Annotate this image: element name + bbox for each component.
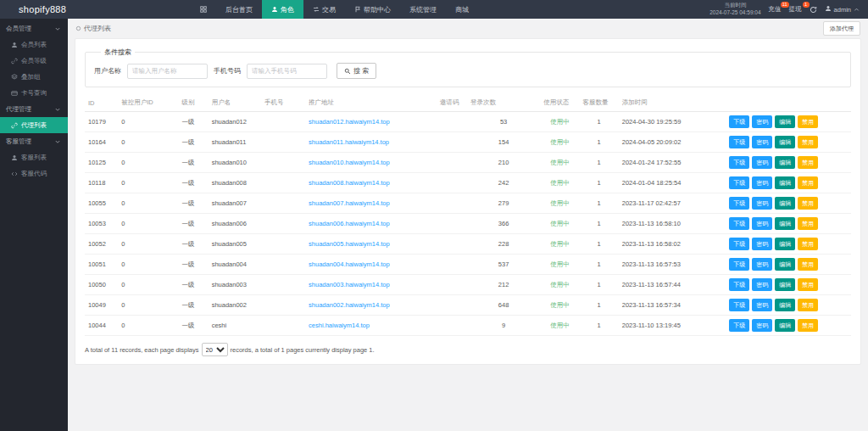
- action-button-编辑[interactable]: 编辑: [775, 115, 795, 128]
- cell-phone: [261, 255, 305, 275]
- action-button-禁用[interactable]: 禁用: [798, 197, 818, 210]
- action-button-下级[interactable]: 下级: [729, 258, 749, 271]
- nav-item-grid[interactable]: [191, 0, 216, 19]
- promo-url-link[interactable]: ceshi.haiwaiym14.top: [309, 322, 370, 329]
- action-button-编辑[interactable]: 编辑: [775, 319, 795, 332]
- cell-phone: [261, 234, 305, 255]
- action-button-密码[interactable]: 密码: [752, 299, 772, 311]
- username-input[interactable]: [127, 64, 208, 79]
- action-button-密码[interactable]: 密码: [752, 115, 772, 128]
- action-button-下级[interactable]: 下级: [729, 176, 749, 189]
- action-button-密码[interactable]: 密码: [752, 176, 772, 189]
- action-button-下级[interactable]: 下级: [729, 115, 749, 128]
- action-button-编辑[interactable]: 编辑: [775, 258, 795, 271]
- action-button-密码[interactable]: 密码: [752, 258, 772, 271]
- sidebar-item-卡号查询[interactable]: 卡号查询: [0, 85, 68, 101]
- action-button-下级[interactable]: 下级: [729, 156, 749, 169]
- action-button-编辑[interactable]: 编辑: [775, 197, 795, 210]
- sidebar-group-代理管理[interactable]: 代理管理: [0, 101, 68, 117]
- action-button-下级[interactable]: 下级: [729, 278, 749, 291]
- recharge-badge: 11: [781, 2, 789, 8]
- promo-url-link[interactable]: shuadan012.haiwaiym14.top: [309, 118, 390, 126]
- search-button[interactable]: 搜 索: [337, 63, 376, 79]
- action-button-编辑[interactable]: 编辑: [775, 217, 795, 230]
- cell-controlled-uid: 0: [118, 173, 178, 193]
- cell-added-time: 2023-11-10 13:19:45: [619, 316, 726, 336]
- action-button-禁用[interactable]: 禁用: [798, 299, 818, 311]
- action-button-下级[interactable]: 下级: [729, 299, 749, 311]
- cell-promo-url: shuadan012.haiwaiym14.top: [305, 112, 437, 132]
- refresh-icon[interactable]: [810, 6, 817, 14]
- action-button-禁用[interactable]: 禁用: [798, 156, 818, 169]
- action-button-下级[interactable]: 下级: [729, 217, 749, 230]
- action-button-下级[interactable]: 下级: [729, 197, 749, 210]
- nav-item-系统管理[interactable]: 系统管理: [400, 0, 446, 19]
- nav-item-角色[interactable]: 角色: [262, 0, 303, 19]
- cell-login-count: 210: [467, 153, 540, 173]
- sidebar-item-客服列表[interactable]: 客服列表: [0, 149, 68, 165]
- page-size-select[interactable]: 20: [202, 343, 228, 356]
- action-button-编辑[interactable]: 编辑: [775, 238, 795, 250]
- action-button-禁用[interactable]: 禁用: [798, 136, 818, 148]
- sidebar-item-代理列表[interactable]: 代理列表: [0, 117, 68, 133]
- action-button-密码[interactable]: 密码: [752, 197, 772, 210]
- action-button-编辑[interactable]: 编辑: [775, 136, 795, 148]
- sidebar-group-会员管理[interactable]: 会员管理: [0, 20, 68, 36]
- sidebar-group-客服管理[interactable]: 客服管理: [0, 133, 68, 149]
- action-button-密码[interactable]: 密码: [752, 278, 772, 291]
- action-button-密码[interactable]: 密码: [752, 136, 772, 148]
- promo-url-link[interactable]: shuadan010.haiwaiym14.top: [309, 159, 390, 166]
- action-button-禁用[interactable]: 禁用: [798, 176, 818, 189]
- promo-url-link[interactable]: shuadan004.haiwaiym14.top: [309, 260, 390, 268]
- cell-username: shuadan007: [209, 193, 261, 214]
- action-button-禁用[interactable]: 禁用: [798, 258, 818, 271]
- action-button-下级[interactable]: 下级: [729, 319, 749, 332]
- action-button-编辑[interactable]: 编辑: [775, 278, 795, 291]
- action-button-下级[interactable]: 下级: [729, 238, 749, 250]
- action-button-密码[interactable]: 密码: [752, 238, 772, 250]
- recharge-link[interactable]: 充值 11: [769, 5, 782, 14]
- action-button-密码[interactable]: 密码: [752, 319, 772, 332]
- add-agent-button[interactable]: 添加代理: [823, 21, 860, 36]
- action-button-编辑[interactable]: 编辑: [775, 156, 795, 169]
- nav-item-交易[interactable]: 交易: [303, 0, 345, 19]
- action-button-下级[interactable]: 下级: [729, 136, 749, 148]
- nav-item-帮助中心[interactable]: 帮助中心: [345, 0, 400, 19]
- sidebar-item-会员等级[interactable]: 会员等级: [0, 53, 68, 69]
- action-button-禁用[interactable]: 禁用: [798, 319, 818, 332]
- cell-service-count: 1: [580, 112, 619, 132]
- nav-item-后台首页[interactable]: 后台首页: [216, 0, 262, 19]
- promo-url-link[interactable]: shuadan002.haiwaiym14.top: [309, 301, 390, 309]
- action-button-禁用[interactable]: 禁用: [798, 238, 818, 250]
- action-button-禁用[interactable]: 禁用: [798, 278, 818, 291]
- action-button-密码[interactable]: 密码: [752, 217, 772, 230]
- cell-username: shuadan012: [209, 112, 261, 132]
- cell-login-count: 648: [467, 295, 540, 316]
- action-button-禁用[interactable]: 禁用: [798, 217, 818, 230]
- promo-url-link[interactable]: shuadan005.haiwaiym14.top: [309, 240, 390, 248]
- promo-url-link[interactable]: shuadan006.haiwaiym14.top: [309, 220, 390, 227]
- cell-controlled-uid: 0: [118, 255, 178, 275]
- promo-url-link[interactable]: shuadan008.haiwaiym14.top: [309, 179, 390, 187]
- sidebar-item-客服代码[interactable]: 客服代码: [0, 165, 68, 182]
- nav-item-商城[interactable]: 商城: [446, 0, 478, 19]
- table-row: 100490一级shuadan002shuadan002.haiwaiym14.…: [85, 295, 851, 316]
- action-button-编辑[interactable]: 编辑: [775, 299, 795, 311]
- sidebar-item-会员列表[interactable]: 会员列表: [0, 36, 68, 53]
- status-badge: 使用中: [550, 322, 570, 329]
- cell-username: shuadan010: [209, 153, 261, 173]
- phone-input[interactable]: [247, 64, 327, 79]
- cell-actions: 下级密码编辑禁用: [726, 173, 851, 193]
- action-button-编辑[interactable]: 编辑: [775, 176, 795, 189]
- action-button-密码[interactable]: 密码: [752, 156, 772, 169]
- cell-level: 一级: [178, 173, 208, 193]
- sidebar-item-叠加组[interactable]: 叠加组: [0, 69, 68, 85]
- col-header-添加时间: 添加时间: [619, 94, 726, 112]
- promo-url-link[interactable]: shuadan011.haiwaiym14.top: [309, 138, 389, 146]
- promo-url-link[interactable]: shuadan003.haiwaiym14.top: [309, 281, 390, 288]
- cell-id: 10179: [85, 112, 118, 132]
- action-button-禁用[interactable]: 禁用: [798, 115, 818, 128]
- promo-url-link[interactable]: shuadan007.haiwaiym14.top: [309, 199, 390, 207]
- user-menu[interactable]: admin: [825, 5, 860, 14]
- withdraw-link[interactable]: 提现 1: [789, 5, 802, 14]
